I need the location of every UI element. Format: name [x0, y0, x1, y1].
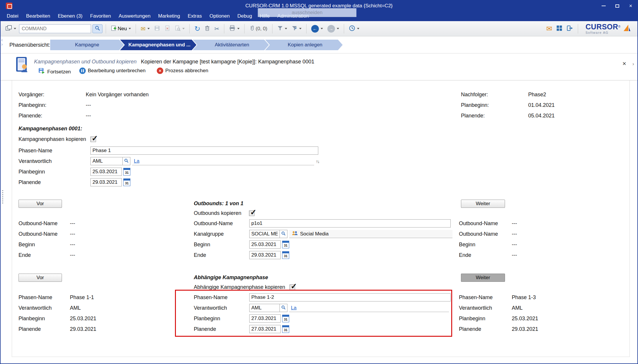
outbound-begin-input[interactable]: [249, 240, 281, 249]
phase-resp-input[interactable]: [90, 157, 123, 165]
menu-item-extras[interactable]: Extras: [184, 11, 206, 21]
forward-button[interactable]: →: [326, 24, 341, 33]
scissors-icon: ✂: [214, 26, 219, 32]
filter-edit-button[interactable]: [290, 25, 303, 33]
dependent-weiter-button[interactable]: Weiter: [461, 274, 505, 282]
command-search-button[interactable]: [92, 24, 102, 33]
sidebar-collapse-control[interactable]: ‹ ›: [1, 38, 3, 46]
field-value: Phase 1-1: [70, 294, 94, 301]
delete-record-button[interactable]: [163, 24, 172, 33]
modules-button[interactable]: [555, 24, 564, 33]
menu-item-datei[interactable]: Datei: [3, 11, 22, 21]
calendar-button[interactable]: 31: [123, 168, 130, 176]
field-label: Phasen-Name: [18, 148, 90, 154]
calendar-button[interactable]: 31: [282, 315, 289, 322]
lookup-button[interactable]: [280, 230, 287, 238]
calendar-icon: 31: [284, 328, 287, 333]
history-button[interactable]: [347, 24, 361, 33]
window-mode-button[interactable]: [4, 24, 18, 33]
nachfolger-row: Nachfolger: Phase2: [461, 90, 546, 99]
close-process-icon[interactable]: ×: [622, 60, 626, 68]
field-label: Planbeginn: [194, 316, 249, 322]
dependent-end-input[interactable]: [249, 325, 281, 333]
outbound-weiter-button[interactable]: Weiter: [461, 200, 505, 208]
abbrechen-button[interactable]: × Prozess abbrechen: [157, 68, 208, 74]
kanalgruppe-input[interactable]: [249, 230, 280, 238]
sort-icon[interactable]: ↑↓: [316, 159, 319, 164]
calendar-button[interactable]: 31: [282, 241, 289, 248]
field-value: ---: [86, 113, 91, 119]
field-label: Outbound-Name: [18, 220, 70, 227]
sail-logo-icon: [622, 24, 631, 34]
trash-button[interactable]: [203, 24, 211, 33]
unterbrechen-label: Bearbeitung unterbrechen: [88, 68, 146, 74]
cut-button[interactable]: ✂: [213, 25, 221, 33]
dependent-vor-button[interactable]: Vor: [18, 274, 62, 282]
close-button[interactable]: ×: [624, 1, 637, 11]
minimize-button[interactable]: [597, 1, 610, 11]
save-button[interactable]: [153, 24, 161, 33]
phase-tab-kopien-anlegen[interactable]: Kopien anlegen: [265, 40, 343, 50]
phase-tab-kampagnenphasen[interactable]: Kampagnenphasen und ...: [120, 40, 196, 50]
dependent-resp-input[interactable]: [249, 304, 280, 312]
outbound-vor-button[interactable]: Vor: [18, 200, 62, 208]
nachfolger-planende-row: Planende: 05.04.2021: [461, 112, 555, 120]
menu-item-auswertungen[interactable]: Auswertungen: [115, 11, 154, 21]
outbound-name-input[interactable]: [249, 219, 451, 227]
phase-tab-aktivitaetenarten[interactable]: Aktivitätenarten: [193, 40, 269, 50]
field-label: Planende: [18, 179, 90, 186]
phase-end-input[interactable]: [90, 178, 122, 186]
minimize-icon: [602, 6, 606, 6]
field-value: AML: [70, 305, 81, 311]
find-record-button[interactable]: [173, 24, 186, 33]
neu-button[interactable]: Neu: [109, 24, 132, 33]
outbound-end-input[interactable]: [249, 251, 281, 259]
back-button[interactable]: ←: [310, 24, 324, 33]
menu-item-marketing[interactable]: Marketing: [154, 11, 184, 21]
unterbrechen-button[interactable]: Bearbeitung unterbrechen: [79, 68, 146, 74]
maximize-button[interactable]: [610, 1, 624, 11]
outbound-right-row: Ende ---: [459, 251, 517, 259]
phase-resp-link[interactable]: La: [132, 157, 314, 165]
phase-tab-kampagne[interactable]: Kampagne: [50, 40, 124, 50]
send-mail-button[interactable]: ✉: [139, 25, 151, 33]
print-button[interactable]: [228, 24, 241, 33]
phase-copy-checkbox[interactable]: ✓: [90, 136, 96, 142]
logout-button[interactable]: [565, 24, 575, 33]
dependent-name-input[interactable]: [249, 293, 451, 301]
check-icon: ✓: [291, 282, 297, 291]
calendar-button[interactable]: 31: [282, 325, 289, 333]
calendar-button[interactable]: 31: [123, 178, 130, 186]
panel-chevron-icon[interactable]: ›: [632, 61, 634, 67]
calendar-button[interactable]: 31: [282, 251, 289, 259]
dependent-copy-row: Abhängige Kampagnenphase kopieren ✓: [194, 283, 295, 291]
notification-mail-button[interactable]: ✉: [545, 24, 553, 33]
command-input[interactable]: [19, 24, 91, 33]
dependent-resp-link[interactable]: La: [289, 304, 449, 312]
dependent-copy-checkbox[interactable]: ✓: [289, 284, 295, 290]
filter-button[interactable]: [276, 25, 289, 33]
phase-begin-input[interactable]: [90, 168, 122, 176]
splitter-drag-handle[interactable]: [2, 190, 3, 204]
app-icon: [6, 3, 12, 9]
outbound-copy-checkbox[interactable]: ✓: [249, 210, 255, 216]
trash-icon: [205, 25, 210, 32]
menu-item-favoriten[interactable]: Favoriten: [86, 11, 115, 21]
lookup-button[interactable]: [123, 157, 130, 165]
lookup-button[interactable]: [280, 304, 287, 312]
fortsetzen-button[interactable]: Fortsetzen: [38, 68, 71, 76]
phase-overview-label: Phasenübersicht:: [9, 42, 50, 48]
menu-item-ebenen[interactable]: Ebenen (3): [54, 11, 86, 21]
attachments-button[interactable]: (0, 0): [248, 24, 269, 33]
menu-item-bearbeiten[interactable]: Bearbeiten: [22, 11, 54, 21]
dependent-begin-input[interactable]: [249, 314, 281, 323]
phase-name-input[interactable]: [90, 146, 318, 155]
refresh-button[interactable]: ↻: [193, 24, 202, 33]
calendar-icon: 31: [125, 181, 129, 186]
cancel-icon: ×: [157, 68, 163, 74]
dropdown-caret-icon: [129, 28, 131, 29]
field-value: ---: [70, 231, 75, 237]
dependent-left-row: Verantwortlich AML: [18, 304, 81, 312]
menu-item-optionen[interactable]: Optionen: [206, 11, 233, 21]
menu-item-debug[interactable]: Debug: [233, 11, 256, 21]
